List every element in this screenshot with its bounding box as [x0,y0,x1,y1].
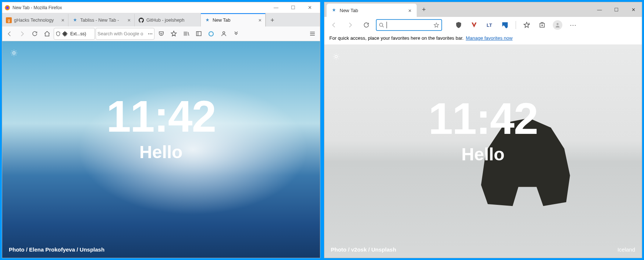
tab-label: Tabliss - New Tab - [80,18,124,23]
library-button[interactable] [180,28,192,40]
close-tab-icon[interactable]: × [406,7,414,14]
svg-point-9 [556,23,558,25]
firefox-titlebar: New Tab - Mozilla Firefox — ☐ ✕ [2,2,320,13]
firefox-icon [4,5,10,11]
extension-wave-icon[interactable] [499,19,511,31]
clock-time: 11:42 [106,94,216,138]
reload-button[interactable] [360,18,373,32]
account-button[interactable] [218,28,230,40]
tab-newtab[interactable]: New Tab × [201,13,266,26]
close-tab-icon[interactable]: × [60,17,66,23]
edge-tab-newtab[interactable]: New Tab × [327,4,417,17]
firefox-toolbar: Ext...ss) Search with Google o ⋯ [2,26,320,41]
text-cursor [387,22,387,28]
new-tab-button[interactable]: + [266,14,279,26]
tabliss-favicon [204,17,210,23]
urlbox-text: Ext...ss) [70,31,86,36]
svg-point-4 [209,32,213,36]
manage-favorites-link[interactable]: Manage favorites now [466,35,512,41]
edge-content: 11:42 Hello Photo / v2osk / Unsplash Ice… [324,45,642,258]
firefox-window: New Tab - Mozilla Firefox — ☐ ✕ g gHacks… [2,2,320,258]
tabliss-settings-button[interactable] [9,48,19,58]
search-placeholder: Search with Google o [97,31,143,36]
toolbar-divider [516,21,516,29]
tab-tabliss[interactable]: Tabliss - New Tab - × [68,14,135,26]
photo-credit: Photo / v2osk / Unsplash [331,246,396,253]
ghacks-favicon: g [6,17,12,23]
tab-github[interactable]: GitHub - joelsheph [135,14,201,26]
tab-label: gHacks Technology [14,18,58,23]
page-actions-icon[interactable]: ⋯ [148,31,153,36]
search-box[interactable]: Search with Google o ⋯ [96,28,154,40]
favorites-button[interactable] [520,19,533,31]
greeting-text: Hello [106,142,216,162]
tabliss-favicon [331,7,337,13]
extension-lt-icon[interactable]: LT [483,19,496,31]
swirl-icon[interactable] [205,28,217,40]
firefox-tabstrip: g gHacks Technology × Tabliss - New Tab … [2,13,320,26]
minimize-button[interactable]: — [268,3,285,13]
tab-label: New Tab [340,8,406,13]
photo-location: Iceland [618,246,635,253]
close-tab-icon[interactable]: × [257,17,263,23]
menu-button[interactable]: ⋯ [567,19,579,31]
collections-button[interactable] [536,19,548,31]
edge-titlebar: New Tab × + — ☐ ✕ [324,2,642,17]
ublock-icon[interactable] [452,19,465,31]
sidebar-button[interactable] [193,28,204,40]
overflow-button[interactable] [230,28,242,40]
tabliss-favicon [72,17,78,23]
forward-button[interactable] [16,28,28,40]
maximize-button[interactable]: ☐ [285,3,302,13]
edge-window: New Tab × + — ☐ ✕ LT [324,2,643,258]
photo-credit: Photo / Elena Prokofyeva / Unsplash [9,246,104,253]
bookmark-star-button[interactable] [168,28,179,40]
edge-toolbar: LT ⋯ [324,17,642,33]
tab-label: GitHub - joelsheph [146,18,198,23]
home-button[interactable] [41,28,53,40]
avatar-icon [553,20,562,30]
svg-point-5 [223,32,225,34]
pocket-button[interactable] [155,28,167,40]
firefox-content: 11:42 Hello Photo / Elena Prokofyeva / U… [2,41,320,258]
tab-label: New Tab [213,18,255,23]
close-window-button[interactable]: ✕ [302,3,319,13]
favorite-star-icon[interactable] [434,22,439,28]
window-title: New Tab - Mozilla Firefox [13,5,268,10]
tabliss-settings-button[interactable] [331,51,341,62]
tab-ghacks[interactable]: g gHacks Technology × [2,14,68,26]
hamburger-menu-button[interactable] [307,28,319,40]
close-window-button[interactable]: ✕ [625,2,642,17]
reload-button[interactable] [29,28,40,40]
identity-box[interactable]: Ext...ss) [54,28,95,40]
svg-point-1 [6,6,9,9]
shield-icon [56,31,61,36]
clock-time: 11:42 [428,96,538,140]
search-icon [379,22,384,28]
tabliss-center: 11:42 Hello [106,94,216,162]
greeting-text: Hello [428,144,538,164]
profile-button[interactable] [551,19,564,31]
maximize-button[interactable]: ☐ [608,2,625,17]
close-tab-icon[interactable]: × [126,17,132,23]
favorites-hint: For quick access, place your favorites h… [330,35,464,41]
extension-v-icon[interactable] [468,19,480,31]
extension-icon [62,31,68,37]
minimize-button[interactable]: — [591,2,608,17]
address-bar[interactable] [376,19,442,31]
svg-line-7 [382,26,384,27]
github-favicon [138,17,144,23]
back-button[interactable] [327,18,341,32]
back-button[interactable] [4,28,15,40]
tabliss-center: 11:42 Hello [428,96,538,164]
new-tab-button[interactable]: + [417,2,431,17]
svg-point-6 [379,23,383,26]
forward-button[interactable] [344,18,357,32]
favorites-bar: For quick access, place your favorites h… [324,33,642,45]
svg-rect-2 [196,32,201,36]
